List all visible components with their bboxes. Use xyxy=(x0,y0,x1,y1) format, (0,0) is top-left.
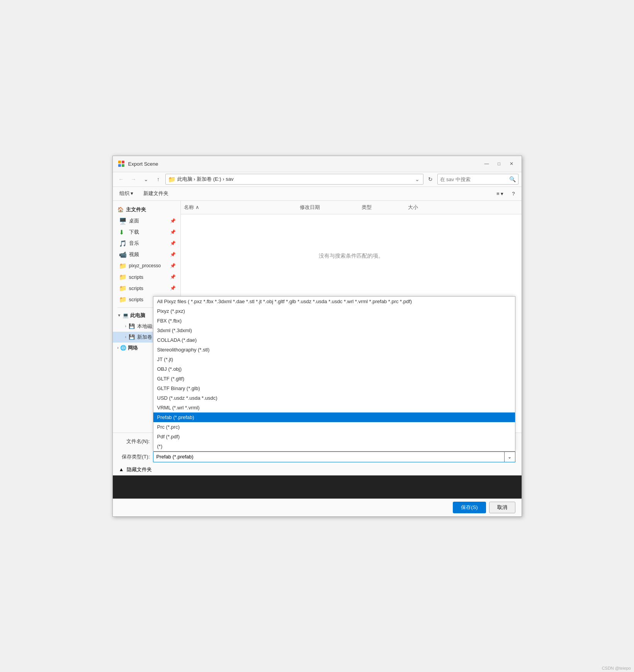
hidden-files-row[interactable]: ▲ 隐藏文件夹 xyxy=(113,464,522,475)
network-icon: 🌐 xyxy=(120,345,126,351)
actions-bar: 组织 ▾ 新建文件夹 ≡ ▾ ? xyxy=(113,187,522,201)
downloads-label: 下载 xyxy=(129,229,139,236)
watermark: CSDN @teiepo xyxy=(602,666,631,670)
dropdown-nav-button[interactable]: ⌄ xyxy=(141,174,151,185)
dropdown-option-obj[interactable]: OBJ (*.obj) xyxy=(153,364,515,374)
help-button[interactable]: ? xyxy=(508,189,518,198)
desktop-icon: 🖥️ xyxy=(119,217,127,225)
new-volume-expand-icon: › xyxy=(125,335,126,339)
pin-icon-pixyz: 📌 xyxy=(170,263,176,268)
pixyz-label: pixyz_processo xyxy=(129,263,161,268)
header-size[interactable]: 大小 xyxy=(405,202,444,212)
sort-asc-icon: ∧ xyxy=(195,204,199,210)
app-icon xyxy=(117,160,125,168)
this-pc-chevron: ▼ xyxy=(117,313,121,317)
organize-button[interactable]: 组织 ▾ xyxy=(116,188,137,199)
filetype-dropdown-list: All Pixyz files ( *.pxz *.fbx *.3dxml *.… xyxy=(153,296,515,451)
refresh-button[interactable]: ↻ xyxy=(425,174,436,185)
sidebar-item-scripts1[interactable]: 📁 scripts 📌 xyxy=(113,272,180,283)
search-icon[interactable]: 🔍 xyxy=(509,176,516,182)
address-input[interactable] xyxy=(177,176,412,182)
header-size-label: 大小 xyxy=(408,204,418,211)
address-folder-icon: 📁 xyxy=(168,176,176,183)
this-pc-label: 此电脑 xyxy=(130,312,145,319)
network-label: 网络 xyxy=(128,344,138,351)
sidebar-item-desktop[interactable]: 🖥️ 桌面 📌 xyxy=(113,216,180,227)
home-icon: 🏠 xyxy=(117,207,124,212)
pin-icon-videos: 📌 xyxy=(170,252,176,257)
dark-panel xyxy=(113,475,522,499)
sidebar-item-videos[interactable]: 📹 视频 📌 xyxy=(113,249,180,260)
dropdown-option-3dxml[interactable]: 3dxml (*.3dxml) xyxy=(153,326,515,335)
pin-icon-downloads: 📌 xyxy=(170,229,176,235)
svg-rect-1 xyxy=(122,161,124,163)
header-name[interactable]: 名称 ∧ xyxy=(181,202,297,212)
window-controls: — □ ✕ xyxy=(481,158,517,169)
filetype-selected-display[interactable]: Prefab (*.prefab) xyxy=(153,451,505,462)
dropdown-option-jt[interactable]: JT (*.jt) xyxy=(153,355,515,364)
title-bar: Export Scene — □ ✕ xyxy=(113,156,522,172)
dropdown-option-pixyz[interactable]: Pixyz (*.pxz) xyxy=(153,306,515,316)
dropdown-option-all[interactable]: All Pixyz files ( *.pxz *.fbx *.3dxml *.… xyxy=(153,297,515,306)
network-chevron: › xyxy=(117,346,119,350)
new-folder-button[interactable]: 新建文件夹 xyxy=(140,188,172,199)
save-button[interactable]: 保存(S) xyxy=(453,502,486,513)
search-input[interactable] xyxy=(440,176,509,182)
scripts2-label: scripts xyxy=(129,285,144,291)
dropdown-option-any[interactable]: (*) xyxy=(153,441,515,451)
new-volume-icon: 💾 xyxy=(129,334,135,340)
svg-rect-3 xyxy=(122,164,124,167)
dropdown-option-prc[interactable]: Prc (*.prc) xyxy=(153,422,515,432)
dropdown-option-pdf[interactable]: Pdf (*.pdf) xyxy=(153,432,515,441)
pin-icon-scripts2: 📌 xyxy=(170,285,176,291)
dropdown-option-stl[interactable]: Stereolithography (*.stl) xyxy=(153,345,515,355)
dropdown-option-collada[interactable]: COLLADA (*.dae) xyxy=(153,335,515,345)
local-disk-icon: 💾 xyxy=(129,323,135,329)
sidebar-item-music[interactable]: 🎵 音乐 📌 xyxy=(113,238,180,249)
music-icon: 🎵 xyxy=(119,240,127,247)
this-pc-icon: 💻 xyxy=(122,312,129,318)
file-list-header: 名称 ∧ 修改日期 类型 大小 xyxy=(181,201,522,214)
sidebar-item-scripts2[interactable]: 📁 scripts 📌 xyxy=(113,283,180,294)
cancel-button[interactable]: 取消 xyxy=(489,502,515,513)
view-button[interactable]: ≡ ▾ xyxy=(493,189,507,198)
address-dropdown-icon[interactable]: ⌄ xyxy=(414,174,421,184)
svg-rect-0 xyxy=(118,161,121,163)
back-button[interactable]: ← xyxy=(116,174,127,185)
scripts2-icon: 📁 xyxy=(119,285,127,292)
videos-icon: 📹 xyxy=(119,251,127,258)
music-label: 音乐 xyxy=(129,240,139,247)
up-button[interactable]: ↑ xyxy=(153,174,164,185)
sidebar-item-downloads[interactable]: ⬇ 下载 📌 xyxy=(113,227,180,238)
forward-button[interactable]: → xyxy=(128,174,139,185)
dropdown-option-usd[interactable]: USD (*.usdz *.usda *.usdc) xyxy=(153,393,515,403)
filetype-select-container: All Pixyz files ( *.pxz *.fbx *.3dxml *.… xyxy=(153,451,515,462)
dropdown-option-prefab[interactable]: Prefab (*.prefab) xyxy=(153,412,515,422)
scripts1-label: scripts xyxy=(129,274,144,280)
main-window: Export Scene — □ ✕ ← → ⌄ ↑ 📁 ⌄ ↻ 🔍 组织 ▾ … xyxy=(112,156,522,517)
filetype-dropdown-button[interactable]: ⌄ xyxy=(505,451,515,462)
scripts3-label: scripts xyxy=(129,297,144,302)
header-date[interactable]: 修改日期 xyxy=(297,202,359,212)
pin-icon-music: 📌 xyxy=(170,241,176,246)
header-name-label: 名称 xyxy=(184,204,194,211)
dropdown-option-glb[interactable]: GLTF Binary (*.glb) xyxy=(153,384,515,393)
header-date-label: 修改日期 xyxy=(300,204,320,211)
bottom-area: 文件名(N): ⌄ 保存类型(T): All Pixyz files ( *.p… xyxy=(113,433,522,516)
sidebar-item-pixyz[interactable]: 📁 pixyz_processo 📌 xyxy=(113,260,180,272)
scripts3-icon: 📁 xyxy=(119,296,127,303)
local-disk-expand-icon: › xyxy=(125,324,126,328)
address-bar-container: 📁 ⌄ xyxy=(165,174,423,185)
search-bar: 🔍 xyxy=(437,174,518,185)
dropdown-option-fbx[interactable]: FBX (*.fbx) xyxy=(153,316,515,326)
svg-rect-2 xyxy=(118,164,121,167)
dropdown-option-vrml[interactable]: VRML (*.wrl *.vrml) xyxy=(153,403,515,412)
desktop-label: 桌面 xyxy=(129,217,139,224)
minimize-button[interactable]: — xyxy=(481,158,492,169)
navigation-toolbar: ← → ⌄ ↑ 📁 ⌄ ↻ 🔍 xyxy=(113,172,522,187)
close-button[interactable]: ✕ xyxy=(506,158,517,169)
main-folder-header: 🏠 主文件夹 xyxy=(113,204,180,216)
dropdown-option-gltf[interactable]: GLTF (*.gltf) xyxy=(153,374,515,384)
header-type[interactable]: 类型 xyxy=(359,202,405,212)
maximize-button[interactable]: □ xyxy=(494,158,505,169)
